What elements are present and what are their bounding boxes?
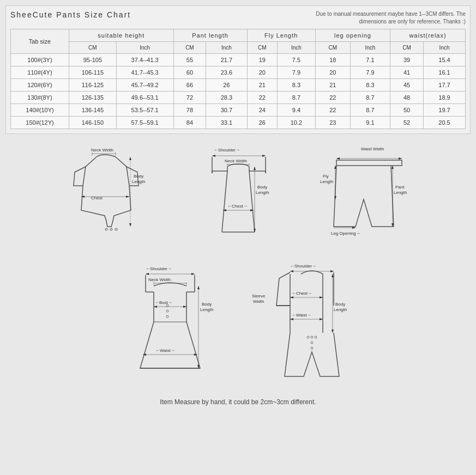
svg-marker-59	[191, 273, 195, 275]
svg-marker-91	[330, 270, 334, 272]
svg-text:Neck Width: Neck Width	[91, 148, 113, 153]
svg-marker-33	[254, 229, 256, 232]
table-cell: 95-105	[69, 54, 116, 66]
svg-text:Neck Width: Neck Width	[148, 277, 171, 282]
table-cell: 21	[315, 79, 350, 92]
table-cell: 57.5--59.1	[116, 117, 173, 129]
table-cell: 84	[173, 117, 206, 129]
svg-marker-15	[126, 196, 129, 198]
svg-marker-51	[391, 166, 394, 169]
table-cell: 8.7	[350, 104, 390, 117]
svg-point-6	[115, 228, 117, 230]
table-cell: 100#(3Y)	[11, 54, 69, 66]
svg-point-5	[110, 228, 112, 230]
table-cell: 8.7	[277, 92, 315, 104]
chart-note: Due to manual measurement maybe have 1--…	[313, 10, 466, 26]
svg-text:←Waist→: ←Waist→	[155, 348, 175, 353]
bodysuit-diagram: Neck Width	[58, 145, 167, 254]
suitable-height-header: suitable height	[69, 29, 173, 42]
table-cell: 72	[173, 92, 206, 104]
table-cell: 116-125	[69, 79, 116, 92]
table-cell: 49.6--53.1	[116, 92, 173, 104]
svg-text:Length: Length	[132, 179, 145, 184]
sub-header-cell: Inch	[424, 42, 466, 54]
svg-text:←Chest→: ←Chest→	[292, 291, 312, 296]
svg-text:Fly: Fly	[323, 174, 329, 179]
size-chart-table: Tab size suitable height Pant length Fly…	[10, 29, 466, 129]
table-cell: 136-145	[69, 104, 116, 117]
table-body: 100#(3Y)95-10537.4--41.35521.7197.5187.1…	[11, 54, 466, 129]
table-cell: 10.2	[277, 117, 315, 129]
svg-text:←Waist→: ←Waist→	[292, 313, 311, 318]
table-cell: 8.3	[277, 79, 315, 92]
table-cell: 23.6	[206, 66, 247, 79]
svg-text:Length: Length	[394, 190, 407, 195]
table-cell: 66	[173, 79, 206, 92]
svg-text:Body: Body	[335, 302, 345, 307]
svg-text:Length: Length	[320, 179, 333, 184]
table-cell: 26	[247, 117, 277, 129]
svg-marker-83	[183, 306, 186, 308]
table-cell: 7.9	[277, 66, 315, 79]
chart-header: SheeCute Pants Size Chart Due to manual …	[10, 10, 466, 26]
table-row: 140#(10Y)136-14553.5--57.17830.7249.4228…	[11, 104, 466, 117]
svg-text:Body: Body	[202, 302, 212, 307]
sub-header-cell: CM	[69, 42, 116, 54]
table-row: 100#(3Y)95-10537.4--41.35521.7197.5187.1…	[11, 54, 466, 66]
svg-point-72	[166, 310, 168, 312]
svg-marker-41	[399, 157, 402, 160]
table-cell: 126-135	[69, 92, 116, 104]
table-cell: 130#(8Y)	[11, 92, 69, 104]
svg-marker-82	[154, 306, 157, 308]
svg-marker-18	[212, 155, 215, 157]
waist-header: waist(relax)	[390, 29, 466, 42]
sub-header-cell: Inch	[350, 42, 390, 54]
svg-text:Width: Width	[253, 299, 264, 304]
bottom-note: Item Measure by hand, it could be 2cm~3c…	[157, 395, 318, 409]
table-cell: 78	[173, 104, 206, 117]
svg-text:←Chest→: ←Chest→	[227, 204, 248, 209]
leg-opening-header: leg opening	[315, 29, 390, 42]
sub-header-row: CMInchCMInchCMInchCMInchCMInch	[11, 42, 466, 54]
top-diagram: ←Shoulder→ Neck Width	[184, 145, 293, 254]
diagram-row-2: ←Shoulder→ Neck Width	[5, 262, 471, 382]
table-cell: 7.1	[350, 54, 390, 66]
table-row: 130#(8Y)126-13549.6--53.17228.3228.7228.…	[11, 92, 466, 104]
table-cell: 22	[315, 104, 350, 117]
svg-marker-105	[320, 318, 323, 320]
table-cell: 24	[247, 104, 277, 117]
sub-header-cell: Inch	[116, 42, 173, 54]
svg-marker-58	[146, 273, 149, 275]
svg-marker-32	[254, 167, 256, 170]
table-cell: 17.7	[424, 79, 466, 92]
svg-marker-11	[129, 223, 131, 227]
table-cell: 60	[173, 66, 206, 79]
table-cell: 19.7	[424, 104, 466, 117]
svg-marker-10	[129, 157, 131, 160]
table-cell: 50	[390, 104, 424, 117]
table-cell: 22	[247, 92, 277, 104]
table-cell: 15.4	[424, 54, 466, 66]
table-cell: 53.5--57.1	[116, 104, 173, 117]
table-cell: 21	[247, 79, 277, 92]
svg-line-27	[249, 171, 255, 232]
svg-rect-42	[336, 160, 402, 166]
table-cell: 7.5	[277, 54, 315, 66]
svg-point-110	[311, 347, 313, 349]
svg-text:Body: Body	[257, 185, 267, 190]
chart-section: SheeCute Pants Size Chart Due to manual …	[5, 5, 471, 134]
diagram-row-1: Neck Width	[5, 145, 471, 254]
svg-marker-78	[197, 286, 200, 289]
table-cell: 39	[390, 54, 424, 66]
sub-header-cell: CM	[173, 42, 206, 54]
diagrams-section: Neck Width	[5, 145, 471, 409]
table-cell: 120#(6Y)	[11, 79, 69, 92]
table-cell: 28.3	[206, 92, 247, 104]
sub-header-cell: Inch	[277, 42, 315, 54]
pant-length-header: Pant length	[173, 29, 247, 42]
table-cell: 41	[390, 66, 424, 79]
table-cell: 16.1	[424, 66, 466, 79]
table-row: 110#(4Y)106-11541.7--45.36023.6207.9207.…	[11, 66, 466, 79]
svg-marker-19	[262, 155, 266, 157]
table-cell: 18	[315, 54, 350, 66]
